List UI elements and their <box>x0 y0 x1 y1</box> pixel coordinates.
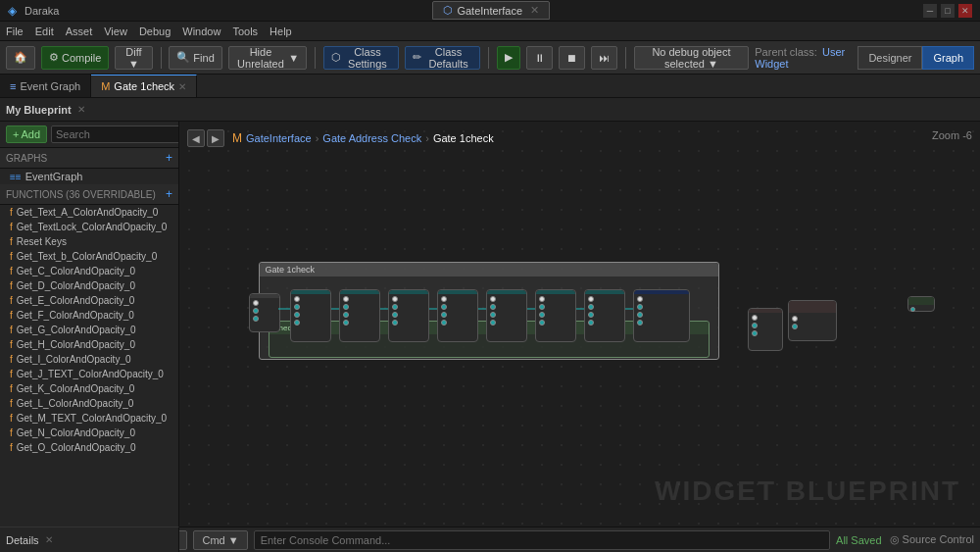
blueprint-canvas[interactable]: ◀ ▶ M GateInterface › Gate Address Check… <box>179 122 980 527</box>
tab-event-graph[interactable]: ≡ Event Graph <box>0 75 91 97</box>
graphs-add-icon[interactable]: + <box>166 151 172 165</box>
menu-tools[interactable]: Tools <box>232 25 258 37</box>
play-icon: ▶ <box>505 51 513 64</box>
node-7[interactable] <box>584 289 625 342</box>
breadcrumb-gate-address[interactable]: Gate Address Check <box>322 132 421 144</box>
breadcrumb-current: Gate 1check <box>433 132 494 144</box>
functions-add-icon[interactable]: + <box>166 187 172 201</box>
node-5[interactable] <box>486 289 527 342</box>
minimize-button[interactable]: ─ <box>923 4 937 18</box>
stop-button[interactable]: ⏹ <box>559 46 585 70</box>
tab-close-icon[interactable]: ✕ <box>530 4 539 17</box>
separator-3 <box>488 47 489 69</box>
node-far-right[interactable] <box>788 300 837 341</box>
node-4[interactable] <box>437 289 478 342</box>
nodes-area: Gate 1check check val <box>278 272 827 389</box>
list-item-func-0[interactable]: f Get_Text_A_ColorAndOpacity_0 <box>0 205 178 220</box>
close-button[interactable]: ✕ <box>958 4 972 18</box>
func-icon-0: f <box>10 207 13 218</box>
class-settings-button[interactable]: ⬡ Class Settings <box>323 46 399 70</box>
list-item-func-14[interactable]: f Get_M_TEXT_ColorAndOpacity_0 <box>0 411 178 426</box>
forward-button[interactable]: ▶ <box>207 129 224 147</box>
node-6[interactable] <box>535 289 576 342</box>
tab-icon: ⬡ <box>443 4 453 17</box>
class-defaults-button[interactable]: ✏ Class Defaults <box>405 46 480 70</box>
tab-close-button[interactable]: ✕ <box>178 81 186 92</box>
find-button[interactable]: 🔍 Find <box>169 46 221 70</box>
menu-view[interactable]: View <box>104 25 127 37</box>
distant-node <box>907 296 935 312</box>
node-distant[interactable] <box>907 296 935 312</box>
func-icon-8: f <box>10 325 13 335</box>
menu-window[interactable]: Window <box>182 25 220 37</box>
back-button[interactable]: ◀ <box>187 129 205 147</box>
toolbar: 🏠 ⚙ Compile Diff ▼ 🔍 Find Hide Unrelated… <box>0 41 980 75</box>
my-blueprint-close[interactable]: ✕ <box>77 104 85 115</box>
graph-button[interactable]: Graph <box>922 46 974 70</box>
save-status: All Saved <box>836 534 881 546</box>
search-icon: 🔍 <box>176 51 190 64</box>
status-right: All Saved ◎ Source Control <box>836 533 974 546</box>
frame-skip-button[interactable]: ⏭ <box>591 46 617 70</box>
list-item-func-16[interactable]: f Get_O_ColorAndOpacity_0 <box>0 440 178 455</box>
main-layout: + Add ⚙ GRAPHS + ≡≡ EventGraph FUNCTIONS… <box>0 122 980 527</box>
pause-button[interactable]: ⏸ <box>526 46 553 70</box>
menu-debug[interactable]: Debug <box>139 25 171 37</box>
separator-2 <box>315 47 316 69</box>
list-item-event-graph[interactable]: ≡≡ EventGraph <box>0 169 178 184</box>
node-2[interactable] <box>339 289 380 342</box>
cmd-button[interactable]: Cmd ▼ <box>193 530 247 550</box>
compile-button[interactable]: ⚙ Compile <box>41 46 109 70</box>
list-item-func-13[interactable]: f Get_L_ColorAndOpacity_0 <box>0 396 178 411</box>
functions-section-header[interactable]: FUNCTIONS (36 OVERRIDABLE) + <box>0 184 178 205</box>
designer-button[interactable]: Designer <box>858 46 922 70</box>
breadcrumb-gate-interface[interactable]: GateInterface <box>246 132 312 144</box>
console-input[interactable] <box>254 530 830 550</box>
node-output[interactable] <box>633 289 690 342</box>
plus-icon: + <box>13 128 19 140</box>
hide-unrelated-button[interactable]: Hide Unrelated ▼ <box>228 46 307 70</box>
list-item-func-9[interactable]: f Get_H_ColorAndOpacity_0 <box>0 337 178 352</box>
search-input[interactable] <box>51 125 179 143</box>
debug-dropdown-button[interactable]: No debug object selected ▼ <box>634 46 750 70</box>
my-blueprint-title: My Blueprint <box>6 104 72 116</box>
designer-graph-buttons: Designer Graph <box>858 46 974 70</box>
my-blueprint-header: My Blueprint ✕ <box>0 98 980 122</box>
list-item-func-3[interactable]: f Get_Text_b_ColorAndOpacity_0 <box>0 249 178 264</box>
list-item-func-8[interactable]: f Get_G_ColorAndOpacity_0 <box>0 323 178 337</box>
func-icon-16: f <box>10 442 13 453</box>
list-item-func-5[interactable]: f Get_D_ColorAndOpacity_0 <box>0 278 178 293</box>
source-control-status: ◎ Source Control <box>890 533 974 546</box>
defaults-icon: ✏ <box>413 51 421 64</box>
list-item-func-2[interactable]: f Reset Keys <box>0 234 178 249</box>
breadcrumb: ◀ ▶ M GateInterface › Gate Address Check… <box>187 129 494 147</box>
menu-asset[interactable]: Asset <box>66 25 93 37</box>
graphs-section-header[interactable]: GRAPHS + <box>0 148 178 169</box>
func-icon-5: f <box>10 280 13 291</box>
event-graph-icon: ≡ <box>10 80 16 92</box>
menu-file[interactable]: File <box>6 25 24 37</box>
maximize-button[interactable]: □ <box>941 4 955 18</box>
menu-edit[interactable]: Edit <box>35 25 54 37</box>
node-1[interactable] <box>290 289 331 342</box>
node-start[interactable] <box>249 293 280 332</box>
window-controls: ─ □ ✕ <box>923 4 972 18</box>
play-button[interactable]: ▶ <box>497 46 520 70</box>
tabs-row: ≡ Event Graph M Gate 1check ✕ <box>0 75 980 98</box>
node-3[interactable] <box>388 289 429 342</box>
list-item-func-1[interactable]: f Get_TextLock_ColorAndOpacity_0 <box>0 220 178 234</box>
list-item-func-7[interactable]: f Get_F_ColorAndOpacity_0 <box>0 308 178 323</box>
list-item-func-11[interactable]: f Get_J_TEXT_ColorAndOpacity_0 <box>0 367 178 381</box>
separator-1 <box>161 47 162 69</box>
list-item-func-4[interactable]: f Get_C_ColorAndOpacity_0 <box>0 264 178 278</box>
menu-help[interactable]: Help <box>270 25 292 37</box>
list-item-func-10[interactable]: f Get_I_ColorAndOpacity_0 <box>0 352 178 367</box>
node-right-1[interactable] <box>748 308 783 351</box>
diff-button[interactable]: Diff ▼ <box>115 46 152 70</box>
add-button[interactable]: + Add <box>6 125 47 143</box>
list-item-func-15[interactable]: f Get_N_ColorAndOpacity_0 <box>0 426 178 440</box>
tab-gate-1check[interactable]: M Gate 1check ✕ <box>91 75 197 97</box>
list-item-func-12[interactable]: f Get_K_ColorAndOpacity_0 <box>0 381 178 396</box>
list-item-func-6[interactable]: f Get_E_ColorAndOpacity_0 <box>0 293 178 308</box>
home-button[interactable]: 🏠 <box>6 46 35 70</box>
